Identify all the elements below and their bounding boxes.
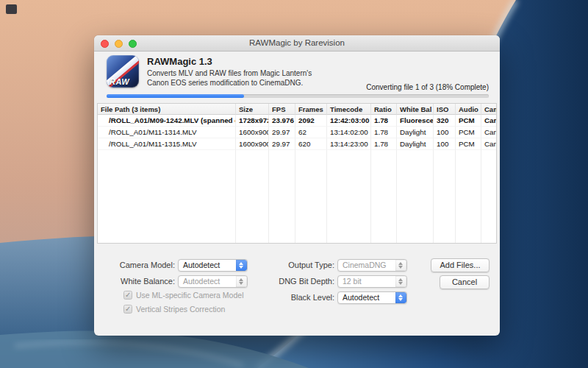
table-row-audio[interactable]: PCM xyxy=(456,115,481,127)
table-row-white-bal[interactable]: Daylight xyxy=(397,138,434,150)
add-files-button[interactable]: Add Files... xyxy=(431,258,490,272)
table-empty-area xyxy=(371,150,397,243)
table-row-iso[interactable]: 100 xyxy=(434,138,456,150)
table-row-file-path[interactable]: /ROLL_A01/M09-1242.MLV (spanned over 2 f… xyxy=(98,115,236,127)
white-balance-value: Autodetect xyxy=(183,277,220,286)
app-description-line1: Converts MLV and RAW files from Magic La… xyxy=(147,69,312,79)
black-level-label: Black Level: xyxy=(245,293,334,302)
camera-model-select[interactable]: Autodetect xyxy=(178,259,248,272)
column-header-file-path: File Path (3 items) xyxy=(98,104,236,115)
chevron-updown-icon xyxy=(395,292,406,303)
table-empty-area xyxy=(236,150,269,243)
column-header-camera: Camera xyxy=(481,104,496,115)
chevron-updown-icon xyxy=(395,260,406,271)
table-empty-area xyxy=(295,150,327,243)
table-row-timecode[interactable]: 13:14:02:00 xyxy=(327,127,371,138)
zoom-button[interactable] xyxy=(129,40,137,48)
table-row-camera[interactable]: Canon… xyxy=(481,127,496,138)
table-row-file-path[interactable]: /ROLL_A01/M11-1315.MLV xyxy=(98,138,236,150)
minimize-button[interactable] xyxy=(115,40,123,48)
table-row-frames[interactable]: 62 xyxy=(295,127,327,138)
use-ml-camera-model-checkbox: Use ML-specific Camera Model xyxy=(123,291,243,300)
table-row-iso[interactable]: 100 xyxy=(434,127,456,138)
desktop: RAWMagic by Rarevision RAW RAWMagic 1.3 … xyxy=(0,0,588,368)
file-list-table: File Path (3 items) Size FPS Frames Time… xyxy=(97,103,497,244)
table-row-white-bal[interactable]: Daylight xyxy=(397,127,434,138)
table-row-timecode[interactable]: 12:42:03:00 xyxy=(327,115,371,127)
black-level-select[interactable]: Autodetect xyxy=(337,291,407,304)
checkbox-checked-icon xyxy=(123,291,132,300)
table-row-camera[interactable]: Canon… xyxy=(481,138,496,150)
table-row-fps[interactable]: 29.97 xyxy=(269,138,295,150)
camera-model-value: Autodetect xyxy=(183,261,220,269)
table-row-audio[interactable]: PCM xyxy=(456,127,481,138)
column-header-audio: Audio xyxy=(456,104,481,115)
column-header-fps: FPS xyxy=(269,104,295,115)
cancel-button[interactable]: Cancel xyxy=(440,275,490,289)
vertical-stripes-label: Vertical Stripes Correction xyxy=(136,305,225,314)
settings-panel: Camera Model: Autodetect White Balance: … xyxy=(94,250,500,336)
white-balance-select: Autodetect xyxy=(178,275,248,288)
table-row-fps[interactable]: 29.97 xyxy=(269,127,295,138)
column-header-timecode: Timecode xyxy=(327,104,371,115)
white-balance-label: White Balance: xyxy=(94,277,175,286)
output-type-label: Output Type: xyxy=(245,261,334,269)
conversion-status-text: Converting file 1 of 3 (18% Complete) xyxy=(366,83,489,91)
output-type-select: CinemaDNG xyxy=(337,259,407,272)
table-empty-area xyxy=(98,150,236,243)
table-empty-area xyxy=(434,150,456,243)
column-header-size: Size xyxy=(236,104,269,115)
app-title: RAWMagic 1.3 xyxy=(147,56,212,67)
progress-bar xyxy=(107,94,489,98)
table-row-size[interactable]: 1600x900 xyxy=(236,127,269,138)
use-ml-camera-model-label: Use ML-specific Camera Model xyxy=(136,291,243,300)
black-level-value: Autodetect xyxy=(343,293,379,302)
column-header-white-bal: White Bal xyxy=(397,104,434,115)
window-title: RAWMagic by Rarevision xyxy=(94,35,500,51)
window-titlebar[interactable]: RAWMagic by Rarevision xyxy=(94,35,500,52)
table-row-frames[interactable]: 2092 xyxy=(295,115,327,127)
column-header-ratio: Ratio xyxy=(371,104,397,115)
app-description: Converts MLV and RAW files from Magic La… xyxy=(147,69,312,88)
table-row-ratio[interactable]: 1.78 xyxy=(371,115,397,127)
column-header-iso: ISO xyxy=(434,104,456,115)
table-row-camera[interactable]: Canon… xyxy=(481,115,496,127)
camera-model-label: Camera Model: xyxy=(94,261,175,269)
app-description-line2: Canon EOS series modification to CinemaD… xyxy=(147,79,312,88)
icon-raw-label: RAW xyxy=(110,77,129,86)
table-row-ratio[interactable]: 1.78 xyxy=(371,138,397,150)
rawmagic-app-icon: RAW xyxy=(107,55,139,88)
table-row-frames[interactable]: 620 xyxy=(295,138,327,150)
checkbox-checked-icon xyxy=(123,305,132,314)
table-row-fps[interactable]: 23.976 xyxy=(269,115,295,127)
table-row-audio[interactable]: PCM xyxy=(456,138,481,150)
table-row-size[interactable]: 1600x900 xyxy=(236,138,269,150)
chevron-updown-icon xyxy=(395,276,406,287)
dng-bit-depth-label: DNG Bit Depth: xyxy=(245,277,334,286)
table-row-size[interactable]: 1728x972 xyxy=(236,115,269,127)
column-header-frames: Frames xyxy=(295,104,327,115)
table-row-iso[interactable]: 320 xyxy=(434,115,456,127)
table-row-white-bal[interactable]: Fluorescent xyxy=(397,115,434,127)
table-row-file-path[interactable]: /ROLL_A01/M11-1314.MLV xyxy=(98,127,236,138)
table-empty-area xyxy=(397,150,434,243)
dng-bit-depth-value: 12 bit xyxy=(343,277,362,286)
close-button[interactable] xyxy=(101,40,109,48)
progress-bar-fill xyxy=(107,94,244,98)
table-empty-area xyxy=(481,150,496,243)
rawmagic-window: RAWMagic by Rarevision RAW RAWMagic 1.3 … xyxy=(94,35,500,336)
output-type-value: CinemaDNG xyxy=(343,261,387,269)
table-empty-area xyxy=(327,150,371,243)
table-empty-area xyxy=(269,150,295,243)
app-header: RAW RAWMagic 1.3 Converts MLV and RAW fi… xyxy=(94,52,500,103)
table-empty-area xyxy=(456,150,481,243)
table-row-timecode[interactable]: 13:14:23:00 xyxy=(327,138,371,150)
dng-bit-depth-select: 12 bit xyxy=(337,275,407,288)
table-row-ratio[interactable]: 1.78 xyxy=(371,127,397,138)
vertical-stripes-checkbox: Vertical Stripes Correction xyxy=(123,305,225,314)
